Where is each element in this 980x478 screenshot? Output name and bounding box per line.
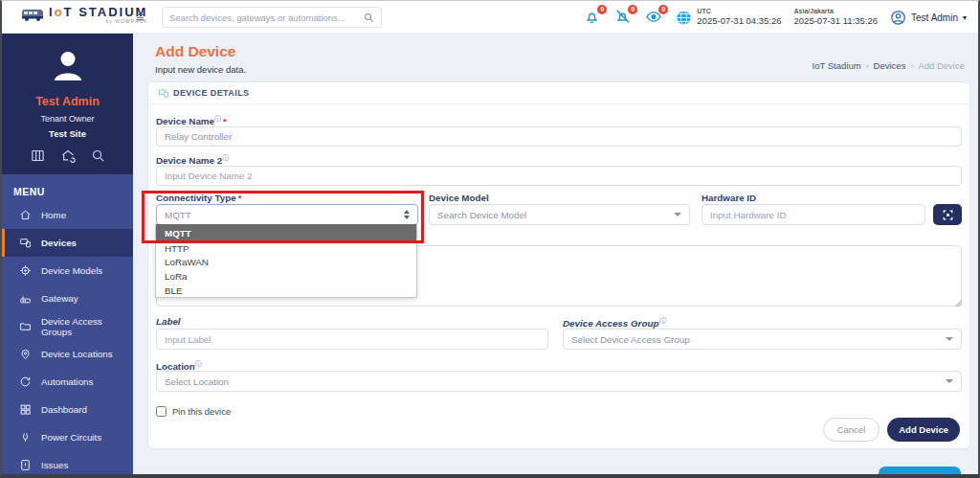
- breadcrumb-devices[interactable]: Devices: [874, 60, 906, 71]
- dropdown-option-ble[interactable]: BLE: [156, 284, 416, 298]
- site-home-icon[interactable]: [60, 148, 76, 163]
- clock-zone: Asia/Jakarta: [794, 8, 879, 16]
- sidebar-item-issues[interactable]: Issues: [2, 451, 133, 478]
- pin-device-row: Pin this device: [156, 406, 231, 417]
- watch-eye-icon[interactable]: 0: [645, 9, 663, 27]
- breadcrumb-current: Add Device: [918, 60, 965, 71]
- topbar-right: 0 0 0 UTC: [584, 1, 967, 34]
- hamburger-menu-icon[interactable]: ≡: [136, 9, 145, 25]
- profile-site: Test Site: [2, 128, 133, 139]
- eye-badge: 0: [658, 5, 668, 14]
- dropdown-option-http[interactable]: HTTP: [156, 241, 416, 256]
- breadcrumb-sep-icon: ›: [910, 61, 913, 71]
- user-avatar-icon: [890, 10, 906, 26]
- gateway-icon: [19, 292, 32, 305]
- menu-title: MENU: [2, 174, 133, 201]
- device-name-input[interactable]: [156, 126, 962, 147]
- muted-bell-badge: 0: [628, 5, 637, 14]
- chevron-down-icon: ▾: [963, 13, 967, 22]
- dropdown-option-lora[interactable]: LoRa: [156, 269, 416, 284]
- device-access-group-label: Device Access Groupⓘ: [563, 316, 665, 329]
- app-window: IoT STADIUM by WOWRACK ≡ 0 0: [0, 0, 980, 478]
- scan-hardware-id-button[interactable]: [933, 204, 962, 225]
- device-details-icon: [158, 88, 169, 99]
- folder-icon: [19, 320, 32, 332]
- brand-name: IoT STADIUM: [49, 6, 147, 18]
- connectivity-type-dropdown: MQTT HTTP LoRaWAN LoRa BLE: [155, 224, 417, 298]
- device-name2-input[interactable]: [156, 166, 962, 186]
- add-device-button[interactable]: Add Device: [887, 418, 960, 442]
- breadcrumb: IoT Stadium › Devices › Add Device: [813, 60, 965, 71]
- sidebar-item-gateway[interactable]: Gateway: [2, 285, 133, 312]
- label-input[interactable]: [156, 329, 548, 350]
- profile-role: Tenant Owner: [2, 114, 133, 124]
- automations-icon: [19, 376, 32, 388]
- clock-datetime: 2025-07-31 04:35:26: [697, 15, 781, 27]
- dropdown-option-mqtt[interactable]: MQTT: [156, 224, 416, 241]
- issues-file-icon: [19, 459, 32, 471]
- connectivity-type-label: Connectivity Type*: [156, 193, 241, 203]
- globe-icon: [676, 10, 692, 26]
- sidebar-item-devices[interactable]: Devices: [2, 229, 133, 257]
- profile-name: Test Admin: [2, 95, 133, 108]
- topbar: IoT STADIUM by WOWRACK ≡ 0 0: [2, 1, 978, 34]
- local-clock: Asia/Jakarta 2025-07-31 11:35:26: [794, 8, 879, 28]
- required-mark: *: [223, 116, 227, 126]
- breadcrumb-sep-icon: ›: [866, 61, 869, 71]
- info-icon: ⓘ: [222, 154, 229, 161]
- connectivity-type-select[interactable]: MQTT: [156, 204, 418, 225]
- pin-device-checkbox[interactable]: [156, 406, 167, 417]
- page-subtitle: Input new device data.: [155, 64, 246, 75]
- chat-widget-button[interactable]: [879, 467, 961, 478]
- utc-clock: UTC 2025-07-31 04:35:26: [676, 8, 781, 28]
- notification-bell-icon[interactable]: 0: [584, 9, 602, 27]
- global-search[interactable]: [162, 7, 382, 28]
- dropdown-option-lorawan[interactable]: LoRaWAN: [156, 256, 416, 270]
- home-icon: [19, 209, 32, 221]
- page-title: Add Device: [155, 43, 235, 60]
- chevron-down-icon: [946, 337, 953, 341]
- sidebar-item-automations[interactable]: Automations: [2, 368, 133, 396]
- sidebar-item-home[interactable]: Home: [2, 201, 133, 229]
- sidebar-menu: Home Devices Device Models Gateway Devic…: [2, 201, 133, 478]
- user-menu[interactable]: Test Admin ▾: [890, 10, 967, 26]
- device-model-select[interactable]: Search Device Model: [429, 204, 690, 225]
- search-icon[interactable]: [91, 148, 105, 163]
- pin-device-label: Pin this device: [172, 406, 231, 417]
- select-updown-icon: [404, 210, 410, 219]
- sidebar-item-device-models[interactable]: Device Models: [2, 257, 133, 285]
- search-icon[interactable]: [364, 12, 374, 23]
- label-field-label: Label: [156, 316, 181, 327]
- map-pin-icon: [19, 348, 32, 360]
- device-access-group-select[interactable]: Select Device Access Group: [563, 329, 962, 350]
- user-name: Test Admin: [911, 12, 958, 23]
- brand-byline: by WOWRACK: [49, 19, 147, 24]
- location-select[interactable]: Select Location: [156, 371, 962, 392]
- map-columns-icon[interactable]: [31, 148, 45, 163]
- device-model-label: Device Model: [429, 193, 489, 203]
- power-plug-icon: [19, 431, 32, 444]
- sidebar-item-dashboard[interactable]: Dashboard: [2, 396, 133, 423]
- device-models-icon: [19, 264, 32, 277]
- app-logo[interactable]: IoT STADIUM by WOWRACK: [21, 6, 147, 24]
- info-icon: ⓘ: [658, 317, 665, 324]
- info-icon: ⓘ: [195, 360, 202, 367]
- muted-bell-icon[interactable]: 0: [614, 9, 633, 27]
- required-mark: *: [238, 193, 242, 203]
- search-input[interactable]: [169, 12, 364, 23]
- hardware-id-label: Hardware ID: [702, 193, 756, 203]
- chevron-down-icon: [674, 213, 681, 216]
- sidebar-item-device-access-groups[interactable]: Device Access Groups: [2, 312, 133, 340]
- breadcrumb-root[interactable]: IoT Stadium: [813, 60, 861, 71]
- cancel-button[interactable]: Cancel: [823, 418, 880, 442]
- device-name2-label: Device Name 2ⓘ: [156, 153, 229, 166]
- info-icon: ⓘ: [214, 115, 221, 122]
- bell-badge: 0: [597, 5, 607, 14]
- resize-handle[interactable]: [954, 299, 962, 307]
- sidebar-item-device-locations[interactable]: Device Locations: [2, 340, 133, 368]
- hardware-id-input[interactable]: [702, 204, 925, 225]
- clock-zone: UTC: [697, 8, 781, 16]
- sidebar-item-power-circuits[interactable]: Power Circuits: [2, 423, 133, 451]
- card-header: DEVICE DETAILS: [148, 82, 969, 104]
- profile-quick-actions: [2, 148, 133, 163]
